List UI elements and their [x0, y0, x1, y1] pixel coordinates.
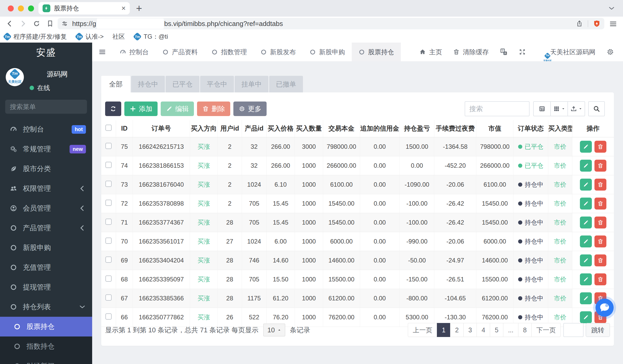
filter-tab-已平仓[interactable]: 已平仓 [166, 76, 199, 92]
columns-button[interactable] [550, 101, 568, 116]
row-edit-button[interactable] [580, 273, 592, 285]
column-header-订单状态[interactable]: 订单状态 [513, 120, 548, 137]
row-edit-button[interactable] [580, 160, 592, 172]
table-search-input[interactable] [465, 101, 530, 116]
jump-button[interactable]: 跳转 [586, 323, 610, 337]
search-toggle-button[interactable] [588, 101, 605, 116]
site-settings-icon[interactable] [61, 20, 68, 27]
delete-button[interactable]: 删除 [197, 102, 230, 116]
edit-button[interactable]: 编辑 [161, 102, 194, 116]
page-button-上一页[interactable]: 上一页 [408, 323, 437, 337]
row-checkbox[interactable] [105, 143, 112, 149]
row-edit-button[interactable] [580, 254, 592, 266]
row-edit-button[interactable] [580, 198, 592, 210]
tab-overflow-icon[interactable] [608, 5, 615, 12]
reload-button[interactable] [33, 20, 40, 28]
row-delete-button[interactable] [594, 235, 606, 247]
row-delete-button[interactable] [594, 160, 606, 172]
sidebar-subitem-财经新闻[interactable]: 财经新闻 [0, 356, 92, 364]
row-checkbox[interactable] [105, 275, 112, 282]
add-button[interactable]: 添加 [124, 102, 158, 116]
row-delete-button[interactable] [594, 254, 606, 266]
column-header-手续费过夜费[interactable]: 手续费过夜费 [434, 120, 476, 137]
sidebar-search[interactable] [5, 100, 87, 114]
filter-tab-全部[interactable]: 全部 [101, 76, 130, 92]
column-header-买入方向[interactable]: 买入方向 [190, 120, 218, 137]
back-button[interactable] [6, 20, 13, 28]
column-header-买入数量[interactable]: 买入数量 [295, 120, 323, 137]
column-header-追加的信用金[interactable]: 追加的信用金 [360, 120, 400, 137]
translate-button[interactable]: 文A [500, 48, 508, 56]
browser-tab[interactable]: 股票持仓 × [38, 2, 130, 15]
sidebar-item-股市分类[interactable]: 股市分类 [0, 159, 92, 179]
new-tab-button[interactable]: + [136, 3, 142, 14]
refresh-button[interactable] [105, 102, 121, 116]
sidebar-item-控制台[interactable]: 控制台hot [0, 119, 92, 139]
row-delete-button[interactable] [594, 198, 606, 210]
sidebar-item-会员管理[interactable]: 会员管理 [0, 198, 92, 218]
sidebar-item-常规管理[interactable]: 常规管理new [0, 139, 92, 159]
column-header-订单号[interactable]: 订单号 [133, 120, 190, 137]
account-menu[interactable]: Tm 天美社区 天美社区源码网 [537, 47, 595, 57]
row-delete-button[interactable] [594, 273, 606, 285]
minimize-window-button[interactable] [18, 5, 24, 11]
sidebar-item-充值管理[interactable]: 充值管理 [0, 258, 92, 277]
close-window-button[interactable] [8, 5, 14, 11]
page-button-8[interactable]: 8 [518, 323, 532, 337]
filter-tab-持仓中[interactable]: 持仓中 [131, 76, 165, 92]
fullscreen-button[interactable] [519, 49, 526, 55]
clear-cache-button[interactable]: 清除缓存 [453, 48, 489, 56]
row-edit-button[interactable] [580, 141, 592, 153]
page-button-2[interactable]: 2 [450, 323, 464, 337]
column-header-持仓盈亏[interactable]: 持仓盈亏 [400, 120, 434, 137]
sidebar-subitem-指数持仓[interactable]: 指数持仓 [0, 336, 92, 356]
bookmark-item[interactable]: 社区 [112, 32, 125, 41]
jump-page-input[interactable] [563, 323, 584, 337]
column-header-市值[interactable]: 市值 [476, 120, 513, 137]
row-delete-button[interactable] [594, 217, 606, 228]
filter-tab-平仓中[interactable]: 平仓中 [200, 76, 234, 92]
export-button[interactable] [567, 101, 585, 116]
nav-tab-股票持仓[interactable]: 股票持仓 [352, 43, 401, 61]
column-header-ID[interactable]: ID [116, 120, 133, 137]
sidebar-item-产品管理[interactable]: 产品管理 [0, 218, 92, 238]
column-header-用户id[interactable]: 用户id [218, 120, 242, 137]
nav-tab-新股发布[interactable]: 新股发布 [254, 43, 303, 61]
forward-button[interactable] [19, 20, 27, 28]
row-checkbox[interactable] [105, 219, 112, 225]
page-size-select[interactable]: 10 [263, 323, 285, 336]
more-button[interactable]: 更多 [233, 102, 267, 116]
zoom-window-button[interactable] [28, 5, 34, 11]
share-icon[interactable] [576, 20, 583, 27]
column-header-买入类型[interactable]: 买入类型 [548, 120, 572, 137]
sidebar-toggle-icon[interactable] [98, 48, 106, 56]
browser-menu-icon[interactable] [609, 20, 617, 28]
row-edit-button[interactable] [580, 217, 592, 228]
page-button-3[interactable]: 3 [463, 323, 477, 337]
row-checkbox[interactable] [105, 294, 112, 301]
bookmark-item[interactable]: Tm程序搭建/开发/修复 [4, 32, 67, 41]
page-button-1[interactable]: 1 [437, 323, 450, 337]
row-edit-button[interactable] [580, 235, 592, 247]
column-header-交易本金[interactable]: 交易本金 [323, 120, 360, 137]
chat-widget[interactable] [593, 296, 616, 319]
sidebar-search-input[interactable] [10, 103, 92, 111]
brave-shield-icon[interactable] [593, 20, 601, 28]
bookmark-item[interactable]: Tm认准-> [76, 32, 104, 41]
page-button-5[interactable]: 5 [490, 323, 503, 337]
bookmark-icon[interactable] [46, 20, 54, 28]
row-checkbox[interactable] [105, 181, 112, 187]
detail-view-button[interactable] [533, 101, 551, 116]
sidebar-item-新股申购[interactable]: 新股申购 [0, 238, 92, 258]
row-edit-button[interactable] [580, 292, 592, 304]
row-delete-button[interactable] [594, 179, 606, 191]
column-header-产品id[interactable]: 产品id [242, 120, 266, 137]
page-button-4[interactable]: 4 [477, 323, 490, 337]
sidebar-item-权限管理[interactable]: 权限管理 [0, 179, 92, 198]
row-checkbox[interactable] [105, 238, 112, 244]
row-edit-button[interactable] [580, 179, 592, 191]
home-button[interactable]: 主页 [419, 48, 442, 56]
select-all-checkbox[interactable] [105, 125, 112, 131]
filter-tab-已撤单[interactable]: 已撤单 [269, 76, 303, 92]
nav-tab-产品资料[interactable]: 产品资料 [155, 43, 205, 61]
